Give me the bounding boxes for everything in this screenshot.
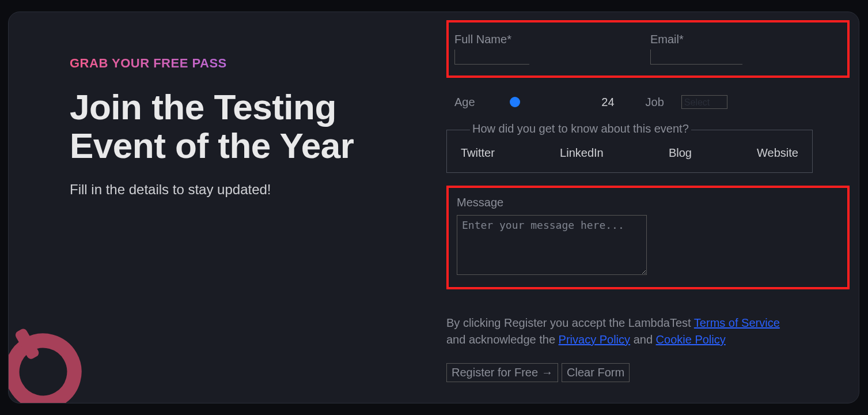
fullname-label: Full Name* [454,33,529,46]
name-email-highlight-box: Full Name* Email* [446,20,850,78]
message-highlight-box: Message [446,186,850,289]
consent-mid2: and [630,333,655,346]
privacy-policy-link[interactable]: Privacy Policy [559,333,630,346]
headline: Join the Testing Event of the Year [70,88,392,165]
register-button[interactable]: Register for Free → [446,363,558,382]
headline-line-1: Join the Testing [70,87,336,127]
terms-of-service-link[interactable]: Terms of Service [694,316,780,329]
consent-prefix: By clicking Register you accept the Lamb… [446,316,694,329]
clear-form-button[interactable]: Clear Form [562,363,630,382]
source-option-label: Website [757,146,798,160]
age-value: 24 [595,96,615,109]
email-group: Email* [650,33,742,65]
name-email-row: Full Name* Email* [454,33,842,65]
source-option-blog[interactable]: Blog [669,146,692,160]
source-fieldset: How did you get to know about this event… [446,130,813,173]
source-option-label: Blog [669,146,692,160]
brand-logo-icon [8,320,95,403]
age-job-row: Age 24 Job Select [446,89,850,115]
form-panel: Full Name* Email* Age 24 Job [446,20,850,382]
source-option-linkedin[interactable]: LinkedIn [560,146,604,160]
job-select[interactable]: Select [681,95,727,109]
job-label: Job [646,96,664,109]
source-option-website[interactable]: Website [757,146,798,160]
arrow-right-icon: → [541,366,553,379]
age-slider[interactable] [489,96,581,108]
source-option-label: LinkedIn [560,146,604,160]
left-panel: GRAB YOUR FREE PASS Join the Testing Eve… [70,56,392,198]
clear-form-button-label: Clear Form [567,366,624,379]
age-label: Age [454,96,475,109]
eyebrow-text: GRAB YOUR FREE PASS [70,56,392,71]
fullname-group: Full Name* [454,33,529,65]
message-textarea[interactable] [457,215,647,275]
email-label: Email* [650,33,742,46]
fullname-input[interactable] [454,50,529,65]
headline-line-2: Event of the Year [70,126,354,165]
source-legend: How did you get to know about this event… [470,122,691,135]
email-input[interactable] [650,50,742,65]
message-label: Message [457,196,839,209]
source-options: Twitter LinkedIn Blog Website [461,146,798,160]
age-slider-thumb[interactable] [510,97,520,107]
actions-row: Register for Free → Clear Form [446,363,850,382]
registration-card: GRAB YOUR FREE PASS Join the Testing Eve… [8,12,859,403]
page: GRAB YOUR FREE PASS Join the Testing Eve… [0,0,868,415]
subheadline: Fill in the details to stay updated! [70,182,392,198]
source-option-label: Twitter [461,146,495,160]
cookie-policy-link[interactable]: Cookie Policy [656,333,726,346]
consent-mid1: and acknowledge the [446,333,559,346]
consent-text: By clicking Register you accept the Lamb… [446,315,798,348]
source-option-twitter[interactable]: Twitter [461,146,495,160]
register-button-label: Register for Free [452,366,538,379]
